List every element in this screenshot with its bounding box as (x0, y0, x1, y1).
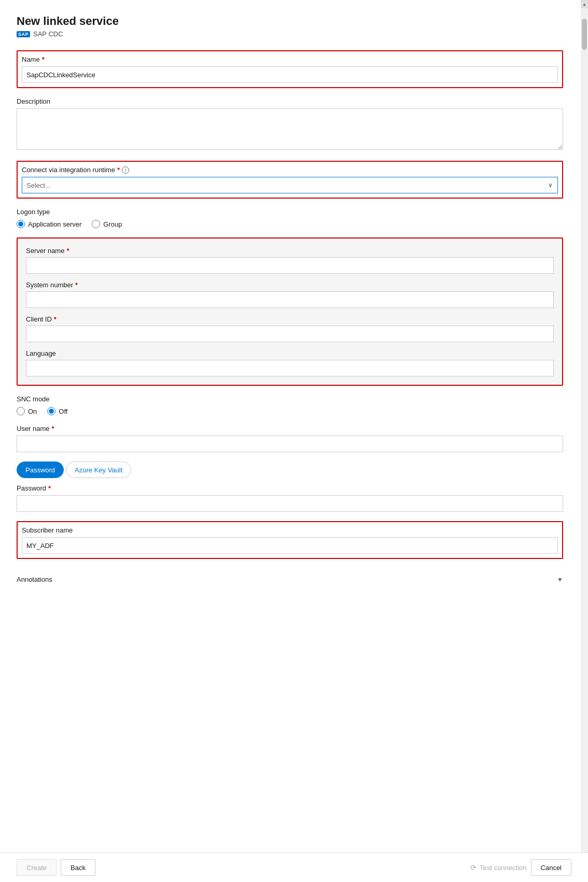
password-required: * (48, 484, 51, 492)
client-id-group: Client ID * (26, 315, 554, 342)
logon-type-section: Logon type Application server Group (17, 208, 563, 228)
logon-application-server-radio[interactable] (17, 220, 25, 228)
name-required-star: * (42, 55, 45, 63)
page-subtitle: SAP CDC (33, 30, 63, 38)
annotations-chevron-icon[interactable]: ▼ (557, 576, 563, 583)
runtime-required-star: * (117, 166, 120, 174)
footer-left: Create Back (17, 859, 95, 876)
language-input[interactable] (26, 360, 554, 376)
snc-off-radio[interactable] (47, 407, 55, 415)
logon-type-radio-group: Application server Group (17, 220, 563, 228)
username-required: * (52, 425, 54, 432)
back-button[interactable]: Back (61, 859, 95, 876)
annotations-section: Annotations ▼ (17, 568, 563, 589)
credential-tab-group: Password Azure Key Vault (17, 461, 563, 478)
password-section: Password * (17, 484, 563, 512)
subscriber-section: Subscriber name (17, 521, 563, 559)
snc-mode-section: SNC mode On Off (17, 395, 563, 415)
snc-on-text: On (28, 408, 37, 415)
annotations-label: Annotations (17, 576, 52, 583)
footer-right: ⟳ Test connection Cancel (470, 859, 571, 876)
snc-off-text: Off (59, 408, 67, 415)
server-name-group: Server name * (26, 247, 554, 274)
server-fields: Server name * System number * Cl (26, 247, 554, 376)
runtime-info-icon[interactable]: i (122, 166, 129, 174)
snc-off-label[interactable]: Off (47, 407, 67, 415)
username-input[interactable] (17, 436, 563, 452)
description-section: Description (17, 97, 563, 151)
logon-type-label: Logon type (17, 208, 563, 216)
subscriber-name-input[interactable] (22, 537, 558, 554)
main-content: New linked service SAP SAP CDC Name * De… (0, 0, 588, 852)
logon-application-server-label[interactable]: Application server (17, 220, 81, 228)
system-number-group: System number * (26, 281, 554, 308)
runtime-select[interactable]: Select... (22, 177, 558, 193)
language-group: Language (26, 349, 554, 376)
scrollbar[interactable]: ▲ ▼ (581, 0, 588, 882)
username-section: User name * (17, 425, 563, 452)
test-connection-icon: ⟳ (470, 863, 477, 872)
page-container: New linked service SAP SAP CDC Name * De… (0, 0, 588, 882)
username-label: User name * (17, 425, 563, 432)
server-name-input[interactable] (26, 257, 554, 274)
description-textarea[interactable] (17, 108, 563, 150)
azure-key-vault-tab[interactable]: Azure Key Vault (66, 461, 131, 478)
logon-application-server-text: Application server (28, 220, 81, 228)
server-section: Server name * System number * Cl (17, 237, 563, 386)
snc-mode-label: SNC mode (17, 395, 563, 403)
client-id-label: Client ID * (26, 315, 554, 323)
footer-bar: Create Back ⟳ Test connection Cancel (0, 852, 588, 882)
description-label: Description (17, 97, 563, 105)
password-tab[interactable]: Password (17, 461, 64, 478)
name-label: Name * (22, 55, 558, 63)
subtitle-row: SAP SAP CDC (17, 30, 563, 38)
create-button[interactable]: Create (17, 859, 57, 876)
password-input[interactable] (17, 495, 563, 512)
system-number-label: System number * (26, 281, 554, 289)
test-connection-button[interactable]: ⟳ Test connection (470, 863, 526, 872)
password-label: Password * (17, 484, 563, 492)
name-section: Name * (17, 50, 563, 88)
language-label: Language (26, 349, 554, 357)
runtime-select-wrapper: Select... ∨ (22, 177, 558, 193)
scroll-up-arrow[interactable]: ▲ (581, 0, 588, 8)
client-id-input[interactable] (26, 326, 554, 342)
runtime-section: Connect via integration runtime * i Sele… (17, 161, 563, 199)
system-number-required: * (75, 281, 78, 289)
snc-on-label[interactable]: On (17, 407, 37, 415)
name-input[interactable] (22, 66, 558, 83)
client-id-required: * (54, 315, 57, 323)
subscriber-name-label: Subscriber name (22, 526, 558, 534)
server-name-required: * (66, 247, 69, 255)
page-title: New linked service (17, 15, 563, 28)
sap-badge: SAP (17, 31, 30, 37)
snc-radio-group: On Off (17, 407, 563, 415)
logon-group-radio[interactable] (92, 220, 100, 228)
scrollbar-thumb[interactable] (582, 19, 587, 50)
system-number-input[interactable] (26, 291, 554, 308)
logon-group-label[interactable]: Group (92, 220, 122, 228)
runtime-label: Connect via integration runtime * i (22, 166, 558, 174)
server-name-label: Server name * (26, 247, 554, 255)
logon-group-text: Group (103, 220, 122, 228)
cancel-button[interactable]: Cancel (531, 859, 571, 876)
snc-on-radio[interactable] (17, 407, 25, 415)
